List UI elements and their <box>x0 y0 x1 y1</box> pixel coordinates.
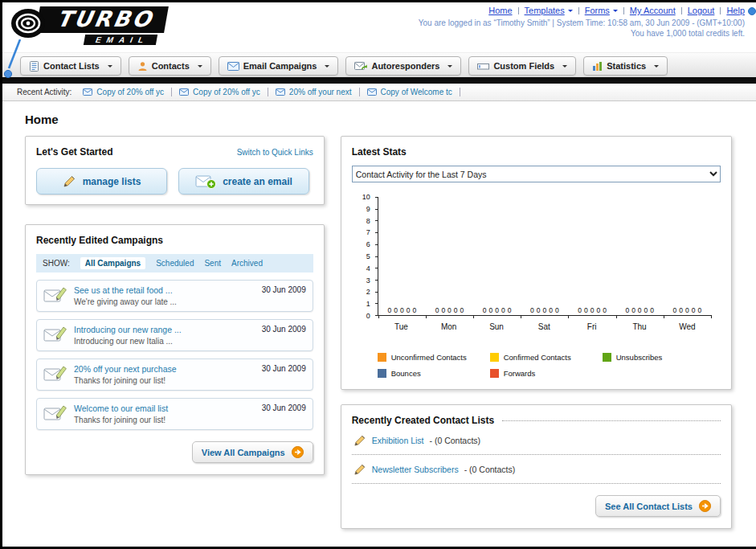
see-all-contact-lists-label: See All Contact Lists <box>605 502 693 511</box>
tab-email-campaigns[interactable]: Email Campaigns <box>219 56 339 76</box>
campaign-subtitle: We're giving away our late ... <box>74 297 251 306</box>
campaign-filter-bar: SHOW: All Campaigns Scheduled Sent Archi… <box>36 254 313 272</box>
filter-scheduled[interactable]: Scheduled <box>156 259 194 268</box>
switch-quick-links-link[interactable]: Switch to Quick Links <box>237 148 313 157</box>
x-axis-tick <box>711 315 712 318</box>
logo-text: TURBO EMAIL <box>38 6 166 45</box>
nav-divider-bar <box>2 77 756 84</box>
nav-link-help[interactable]: Help <box>726 6 745 15</box>
legend-swatch-icon <box>378 353 386 362</box>
divider <box>460 88 460 96</box>
nav-link-my-account[interactable]: My Account <box>630 6 676 15</box>
tab-custom-fields[interactable]: Custom Fields <box>468 56 576 76</box>
chart-y-labels: 012345678910 <box>353 197 374 316</box>
recent-activity-item[interactable]: 20% off your next <box>276 88 352 96</box>
chart-value-label: 0 <box>387 307 391 314</box>
dropdown-arrow-icon <box>108 65 112 70</box>
manage-lists-button[interactable]: manage lists <box>36 168 167 195</box>
chart-value-label: 0 <box>631 307 635 314</box>
create-email-button[interactable]: create an email <box>178 168 309 195</box>
chart-value-label: 0 <box>698 307 702 314</box>
divider <box>681 7 682 14</box>
recent-activity-item[interactable]: Copy of 20% off yc <box>83 88 164 96</box>
contact-list-count: - (0 Contacts) <box>464 465 516 474</box>
recent-activity-item[interactable]: Copy of Welcome tc <box>367 88 452 96</box>
filter-sent[interactable]: Sent <box>204 259 221 268</box>
dotted-divider <box>502 420 721 421</box>
campaign-row[interactable]: 20% off your next purchase Thanks for jo… <box>36 358 313 391</box>
get-started-title: Let's Get Started <box>36 146 113 158</box>
envelope-plus-icon <box>195 174 216 189</box>
stats-title: Latest Stats <box>352 146 721 158</box>
x-axis-label: Sat <box>521 322 568 331</box>
manage-lists-label: manage lists <box>83 176 141 187</box>
campaign-title-link[interactable]: Welcome to our email list <box>74 404 251 413</box>
recent-activity-link[interactable]: Copy of Welcome tc <box>381 88 452 96</box>
envelope-icon <box>367 88 377 96</box>
stats-period-select[interactable]: Contact Activity for the Last 7 Days <box>352 166 721 182</box>
chart-value-label: 0 <box>460 307 464 314</box>
dropdown-arrow-icon <box>562 65 567 70</box>
contact-list-link[interactable]: Exhibition List <box>372 436 424 445</box>
recent-campaigns-panel: Recently Edited Campaigns SHOW: All Camp… <box>25 224 325 475</box>
chart-value-label: 0 <box>596 307 600 314</box>
y-axis-tick <box>375 209 378 210</box>
y-axis-label: 4 <box>366 264 370 272</box>
filter-archived[interactable]: Archived <box>231 259 263 268</box>
logo-antenna-decoration <box>2 39 23 86</box>
x-axis-tick <box>378 315 379 318</box>
y-axis-label: 3 <box>366 277 370 284</box>
chart-value-label: 0 <box>578 307 582 314</box>
chart-value-label: 0 <box>625 307 629 314</box>
recent-activity-link[interactable]: Copy of 20% off yc <box>96 88 164 96</box>
envelope-pencil-icon <box>43 364 67 383</box>
chart-value-label: 0 <box>685 307 689 314</box>
nav-link-home[interactable]: Home <box>488 6 512 15</box>
x-axis-label: Fri <box>568 322 615 331</box>
x-axis-tick <box>664 315 664 318</box>
recent-activity-link[interactable]: Copy of 20% off yc <box>193 88 260 96</box>
chart-value-label: 0 <box>590 307 595 314</box>
x-axis-tick <box>521 315 521 318</box>
pencil-icon <box>353 463 366 476</box>
tab-contacts[interactable]: Contacts <box>129 56 211 76</box>
contact-list-item[interactable]: Newsletter Subscribers - (0 Contacts) <box>352 455 721 484</box>
y-axis-label: 10 <box>362 194 370 201</box>
campaign-row[interactable]: Introducing our new range ... Introducin… <box>36 319 313 351</box>
filter-all-campaigns[interactable]: All Campaigns <box>80 257 145 269</box>
nav-link-logout[interactable]: Logout <box>688 6 715 15</box>
y-axis-tick <box>375 244 378 245</box>
main-content: Home Let's Get Started Switch to Quick L… <box>2 101 756 529</box>
chart-value-label: 0 <box>495 307 499 314</box>
recent-activity-item[interactable]: Copy of 20% off yc <box>179 88 260 96</box>
divider <box>623 7 624 14</box>
divider <box>720 7 721 14</box>
contact-list-link[interactable]: Newsletter Subscribers <box>372 465 459 474</box>
x-axis-tick <box>568 315 569 318</box>
nav-link-templates[interactable]: Templates <box>525 6 565 15</box>
chart-value-label: 0 <box>542 307 546 314</box>
view-all-campaigns-button[interactable]: View All Campaigns <box>192 441 313 463</box>
nav-link-forms[interactable]: Forms <box>585 6 610 15</box>
legend-label: Forwards <box>504 369 536 378</box>
envelope-icon <box>276 88 285 96</box>
campaign-title-link[interactable]: 20% off your next purchase <box>74 364 251 374</box>
recent-activity-link[interactable]: 20% off your next <box>289 88 352 96</box>
x-axis-tick <box>426 315 427 318</box>
chart-value-group: 00000 <box>521 197 568 315</box>
campaign-row[interactable]: Welcome to our email list Thanks for joi… <box>36 398 313 430</box>
y-axis-label: 2 <box>366 289 370 296</box>
y-axis-label: 8 <box>366 217 370 224</box>
see-all-contact-lists-button[interactable]: See All Contact Lists <box>595 495 721 517</box>
contact-list-item[interactable]: Exhibition List - (0 Contacts) <box>352 426 721 455</box>
campaign-title-link[interactable]: Introducing our new range ... <box>74 325 251 334</box>
chart-value-label: 0 <box>441 307 445 314</box>
campaign-row[interactable]: See us at the retail food ... We're givi… <box>36 280 313 312</box>
tab-contact-lists[interactable]: Contact Lists <box>20 56 121 76</box>
chart-value-label: 0 <box>638 307 642 314</box>
campaigns-title: Recently Edited Campaigns <box>36 235 313 246</box>
tab-statistics[interactable]: Statistics <box>583 56 668 76</box>
campaign-title-link[interactable]: See us at the retail food ... <box>74 285 251 295</box>
tab-autoresponders[interactable]: Autoresponders <box>345 56 461 76</box>
logo-title: TURBO <box>35 6 168 33</box>
